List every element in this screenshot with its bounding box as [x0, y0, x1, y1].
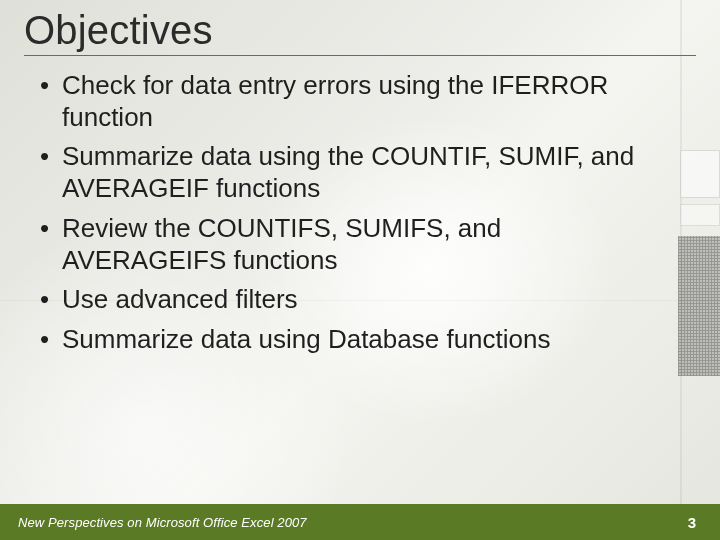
title-area: Objectives [0, 0, 720, 56]
footer-source: New Perspectives on Microsoft Office Exc… [18, 515, 307, 530]
objectives-list: Check for data entry errors using the IF… [40, 70, 660, 356]
list-item: Check for data entry errors using the IF… [40, 70, 660, 133]
deco-box-icon [680, 150, 720, 198]
right-decoration [678, 150, 720, 380]
deco-box-icon [680, 204, 720, 226]
list-item: Summarize data using the COUNTIF, SUMIF,… [40, 141, 660, 204]
content-area: Check for data entry errors using the IF… [0, 56, 720, 356]
list-item: Summarize data using Database functions [40, 324, 660, 356]
list-item: Review the COUNTIFS, SUMIFS, and AVERAGE… [40, 213, 660, 276]
list-item: Use advanced filters [40, 284, 660, 316]
page-number: 3 [688, 514, 696, 531]
deco-grid-icon [678, 236, 720, 376]
slide-title: Objectives [24, 8, 696, 53]
slide: Objectives Check for data entry errors u… [0, 0, 720, 540]
footer-bar: New Perspectives on Microsoft Office Exc… [0, 504, 720, 540]
